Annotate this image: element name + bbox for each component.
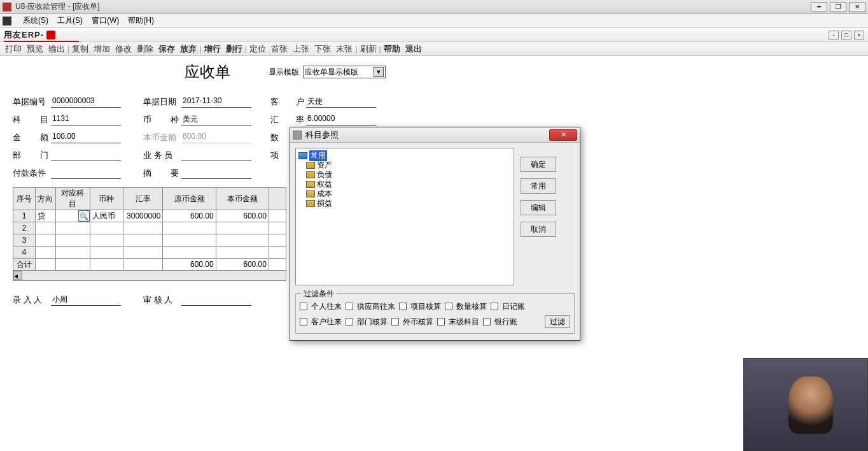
- val-currency[interactable]: 美元: [181, 114, 251, 125]
- tb-modify[interactable]: 修改: [113, 43, 134, 55]
- dialog-close-button[interactable]: ✕: [549, 129, 577, 141]
- tb-output[interactable]: 输出: [46, 43, 67, 55]
- tb-add[interactable]: 增加: [91, 43, 113, 55]
- tb-print[interactable]: 打印: [3, 43, 24, 55]
- chk-journal[interactable]: [491, 303, 498, 310]
- val-clerk[interactable]: [181, 150, 251, 161]
- filter-legend: 过滤条件: [301, 289, 337, 299]
- col-curr[interactable]: 币种: [90, 188, 123, 210]
- chk-project[interactable]: [399, 303, 407, 310]
- tb-prev[interactable]: 上张: [290, 43, 312, 55]
- cell-rate[interactable]: 30000000: [123, 210, 163, 222]
- menu-tools[interactable]: 工具(S): [57, 15, 83, 26]
- doc-title: 应收单: [185, 62, 230, 82]
- outer-close-button[interactable]: ✕: [849, 2, 865, 12]
- cell-acct[interactable]: 🔍: [55, 210, 90, 222]
- tb-delrow[interactable]: 删行: [223, 43, 245, 55]
- menu-icon: [3, 17, 11, 25]
- outer-minimize-button[interactable]: ━: [811, 2, 827, 12]
- lookup-button[interactable]: 🔍: [78, 210, 90, 222]
- dialog-edit-button[interactable]: 编辑: [521, 200, 556, 215]
- outer-restore-button[interactable]: ❐: [830, 2, 846, 12]
- col-seq[interactable]: 序号: [13, 188, 36, 210]
- cell-orig[interactable]: 600.00: [163, 210, 216, 222]
- col-local[interactable]: 本币金额: [216, 188, 269, 210]
- folder-icon: [306, 171, 315, 178]
- chk-qty[interactable]: [445, 303, 452, 310]
- grid-hscrollbar[interactable]: ◂: [13, 271, 286, 281]
- tb-locate[interactable]: 定位: [247, 43, 269, 55]
- val-payterms[interactable]: [51, 168, 121, 179]
- tree-item[interactable]: 资产: [298, 161, 511, 170]
- val-billdate[interactable]: 2017-11-30: [181, 96, 251, 108]
- menu-system[interactable]: 系统(S): [23, 15, 48, 26]
- val-amount[interactable]: 100.00: [51, 132, 121, 143]
- chk-personal[interactable]: [300, 303, 307, 310]
- tb-help[interactable]: 帮助: [381, 43, 403, 55]
- dialog-ok-button[interactable]: 确定: [521, 157, 556, 172]
- tb-discard[interactable]: 放弃: [178, 43, 199, 55]
- chk-customer[interactable]: [300, 318, 307, 326]
- col-rate[interactable]: 汇率: [123, 188, 163, 210]
- chk-foreign[interactable]: [391, 318, 399, 326]
- tb-delete[interactable]: 删除: [134, 43, 156, 55]
- grid-row[interactable]: 3: [13, 234, 286, 247]
- tree-item[interactable]: 权益: [298, 180, 511, 189]
- dialog-cancel-button[interactable]: 取消: [521, 222, 556, 237]
- dialog-titlebar[interactable]: 科目参照 ✕: [290, 127, 580, 143]
- val-rate[interactable]: 6.00000: [306, 114, 376, 125]
- cell-curr[interactable]: 人民币: [90, 210, 123, 222]
- tree-item[interactable]: 成本: [298, 189, 511, 199]
- chk-leaf[interactable]: [437, 318, 445, 326]
- col-acct[interactable]: 对应科目: [55, 188, 90, 210]
- mdi-restore-button[interactable]: □: [841, 31, 851, 39]
- chk-dept[interactable]: [346, 318, 353, 326]
- val-customer[interactable]: 天使: [306, 96, 376, 108]
- dialog-common-button[interactable]: 常用: [521, 178, 556, 194]
- val-auditby[interactable]: [181, 294, 251, 306]
- tb-refresh[interactable]: 刷新: [358, 43, 379, 55]
- val-subject[interactable]: 1131: [51, 114, 121, 125]
- mdi-minimize-button[interactable]: -: [829, 31, 839, 39]
- tb-next[interactable]: 下张: [312, 43, 333, 55]
- col-dir[interactable]: 方向: [36, 188, 55, 210]
- chk-supplier[interactable]: [346, 303, 353, 310]
- tree-root[interactable]: 常用: [298, 151, 511, 161]
- cell-extra[interactable]: [269, 210, 286, 222]
- lbl-qty: 数: [270, 132, 279, 143]
- mdi-close-button[interactable]: ×: [854, 31, 864, 39]
- grid-row[interactable]: 4: [13, 247, 286, 259]
- tb-save[interactable]: 保存: [156, 43, 178, 55]
- lbl-rate-left: 汇: [270, 114, 279, 125]
- col-extra[interactable]: [269, 188, 286, 210]
- val-entryby[interactable]: 小周: [51, 294, 121, 306]
- grid-row[interactable]: 1 贷 🔍 人民币 30000000 600.00 600.00: [13, 210, 286, 222]
- scrollbar-thumb[interactable]: ◂: [13, 271, 22, 280]
- col-orig[interactable]: 原币金额: [163, 188, 216, 210]
- lbl-dept: 部 门: [13, 150, 51, 161]
- tb-first[interactable]: 首张: [269, 43, 290, 55]
- menu-help[interactable]: 帮助(H): [128, 15, 154, 26]
- brand-text: 用友ERP-: [4, 29, 44, 41]
- folder-icon: [306, 181, 315, 188]
- template-label: 显示模版: [269, 67, 299, 78]
- tb-last[interactable]: 末张: [333, 43, 355, 55]
- subject-tree[interactable]: 常用 资产 负债 权益 成本 损益: [295, 148, 514, 285]
- val-dept[interactable]: [51, 150, 121, 161]
- cell-dir[interactable]: 贷: [36, 210, 55, 222]
- cell-local[interactable]: 600.00: [216, 210, 269, 222]
- grid-row[interactable]: 2: [13, 222, 286, 234]
- chk-bank[interactable]: [483, 318, 491, 326]
- tb-exit[interactable]: 退出: [403, 43, 424, 55]
- template-select[interactable]: 应收单显示模版 ▼: [303, 66, 386, 78]
- filter-button[interactable]: 过滤: [545, 315, 570, 328]
- tree-item[interactable]: 损益: [298, 199, 511, 208]
- tree-item[interactable]: 负债: [298, 170, 511, 180]
- val-billno[interactable]: 0000000003: [51, 96, 121, 108]
- menu-window[interactable]: 窗口(W): [92, 15, 119, 26]
- tb-copy[interactable]: 复制: [69, 43, 91, 55]
- tb-preview[interactable]: 预览: [24, 43, 46, 55]
- tb-addrow[interactable]: 增行: [202, 43, 223, 55]
- folder-icon: [306, 190, 315, 197]
- val-summary[interactable]: [181, 168, 251, 179]
